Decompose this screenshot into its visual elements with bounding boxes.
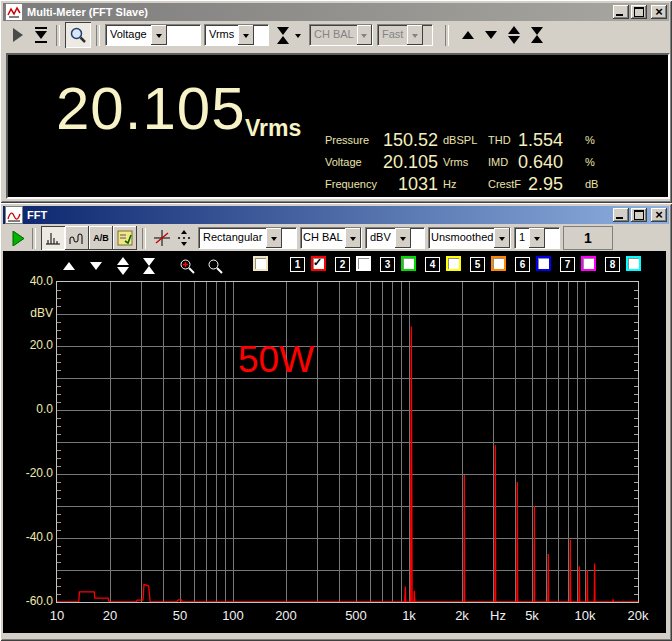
close-button[interactable] — [651, 208, 667, 222]
chevron-down-icon[interactable] — [395, 228, 411, 248]
shift-up-button[interactable] — [458, 23, 478, 47]
reset-peak-button[interactable] — [31, 23, 51, 47]
meter-row-pressure: Pressure 150.52 dBSPL THD 1.554 % — [320, 129, 666, 151]
scale-setup-button[interactable] — [151, 226, 173, 250]
shift-down-button[interactable] — [88, 257, 104, 275]
desktop: Multi-Meter (FFT Slave) Voltage — [0, 0, 672, 641]
quantity-value: Voltage — [106, 25, 151, 45]
settings-button[interactable] — [113, 226, 137, 250]
multimeter-window: Multi-Meter (FFT Slave) Voltage — [0, 0, 672, 203]
magnify-display-toggle[interactable] — [65, 22, 91, 48]
zoom-in-icon — [179, 258, 195, 275]
quantity-select[interactable]: Voltage — [105, 24, 201, 46]
chevron-down-icon[interactable] — [238, 25, 254, 45]
ab-compare-button[interactable]: A/B — [89, 226, 113, 250]
chevron-down-icon[interactable] — [266, 228, 282, 248]
channel-3-checkbox[interactable] — [401, 256, 416, 271]
fft-window: FFT — [0, 203, 672, 641]
row-value2: 1.554 — [498, 129, 563, 151]
channel-1-checkbox[interactable] — [311, 256, 326, 271]
maximize-button[interactable] — [631, 208, 647, 222]
shift-down-button[interactable] — [481, 23, 501, 47]
smoothing-select[interactable]: Unsmoothed — [428, 227, 511, 249]
zoom-out-button[interactable] — [207, 257, 223, 275]
expand-range-button[interactable] — [504, 23, 524, 47]
separator — [96, 25, 100, 46]
reset-peak-icon — [35, 26, 47, 44]
channel-5-checkbox[interactable] — [491, 256, 506, 271]
speed-value: Fast — [378, 25, 407, 45]
run-button[interactable] — [9, 23, 27, 47]
channel-2-number: 2 — [335, 257, 350, 272]
chevron-down-icon[interactable] — [345, 228, 361, 248]
unit-select[interactable]: Vrms — [204, 24, 269, 46]
channel-8-number: 8 — [605, 257, 620, 272]
zoom-in-button[interactable] — [179, 257, 195, 275]
meter-main-value: 20.105 — [56, 79, 246, 139]
meter-main-unit: Vrms — [245, 115, 301, 142]
separator — [445, 25, 449, 46]
fit-range-dropdown[interactable] — [292, 23, 303, 47]
marker-checkbox[interactable] — [253, 256, 268, 271]
up-arrow-icon — [462, 31, 474, 39]
chevron-down-icon[interactable] — [494, 228, 510, 248]
maximize-button[interactable] — [631, 5, 647, 19]
y-axis-unit-label: dBV — [3, 306, 53, 320]
channel-4-number: 4 — [425, 257, 440, 272]
channel-2-checkbox[interactable] — [356, 256, 371, 271]
expand-range-button[interactable] — [115, 257, 131, 275]
separator — [142, 228, 146, 249]
shift-up-button[interactable] — [61, 257, 77, 275]
channel-4-checkbox[interactable] — [446, 256, 461, 271]
fft-titlebar[interactable]: FFT — [3, 206, 669, 224]
meter-display: 20.105 Vrms Pressure 150.52 dBSPL THD 1.… — [6, 53, 670, 199]
y-unit-select[interactable]: dBV — [365, 227, 425, 249]
spectrum-plot[interactable]: 50W — [57, 282, 638, 602]
expand-icon — [117, 257, 129, 275]
compress-range-button[interactable] — [141, 257, 157, 275]
play-icon — [12, 28, 24, 42]
down-arrow-icon — [485, 31, 497, 39]
checklist-icon — [117, 230, 133, 246]
x-tick-label: 20 — [85, 608, 135, 623]
spectrum-view-button[interactable] — [41, 226, 65, 250]
window-function-select[interactable]: Rectangular — [198, 227, 297, 249]
fit-range-button[interactable] — [274, 23, 292, 47]
x-tick-label: 50 — [155, 608, 205, 623]
fft-channel-select[interactable]: CH BAL — [300, 227, 362, 249]
channel-6-number: 6 — [515, 257, 530, 272]
compress-icon — [531, 27, 543, 43]
row-unit: dBSPL — [443, 129, 477, 151]
minimize-button[interactable] — [613, 5, 629, 19]
x-tick-label: 5k — [507, 608, 557, 623]
minimize-icon — [616, 14, 623, 16]
x-tick-label: 10 — [32, 608, 82, 623]
x-tick-label: 20k — [613, 608, 663, 623]
row-value2: 2.95 — [498, 173, 563, 195]
row-value: 20.105 — [358, 151, 438, 173]
chevron-down-icon[interactable] — [151, 25, 167, 45]
averaging-select[interactable]: 1 — [514, 227, 560, 249]
magnifier-icon — [69, 26, 87, 44]
fit-view-button[interactable] — [173, 226, 195, 250]
row-unit2: % — [585, 129, 595, 151]
channel-value: CH BAL — [310, 25, 357, 45]
channel-7-checkbox[interactable] — [581, 256, 596, 271]
channel-6-checkbox[interactable] — [536, 256, 551, 271]
start-button[interactable] — [9, 226, 27, 250]
minimize-button[interactable] — [613, 208, 629, 222]
close-button[interactable] — [651, 5, 667, 19]
spectrum-icon — [44, 230, 62, 246]
row-unit: Hz — [443, 173, 456, 195]
separator — [56, 25, 60, 46]
maximize-icon — [634, 7, 644, 17]
channel-8-checkbox[interactable] — [626, 256, 641, 271]
chevron-down-icon[interactable] — [529, 228, 545, 248]
multimeter-titlebar[interactable]: Multi-Meter (FFT Slave) — [3, 3, 669, 21]
meter-row-frequency: Frequency 1031 Hz CrestF 2.95 dB — [320, 173, 666, 195]
octave-view-button[interactable] — [65, 226, 89, 250]
window-function-value: Rectangular — [199, 228, 266, 248]
x-tick-label: 500 — [331, 608, 381, 623]
chevron-down-icon — [357, 25, 373, 45]
compress-range-button[interactable] — [527, 23, 547, 47]
